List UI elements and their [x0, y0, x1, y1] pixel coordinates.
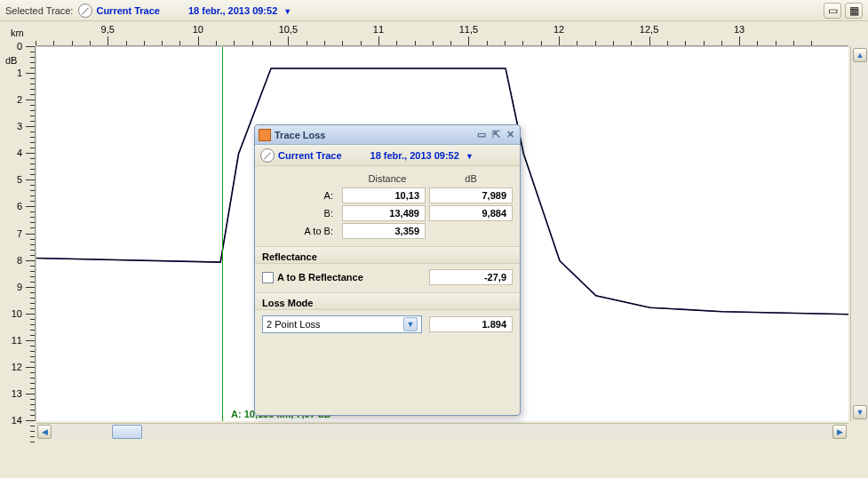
- trace-icon: [260, 148, 275, 163]
- selected-trace-label: Selected Trace:: [5, 5, 73, 16]
- x-tick-label: 11,5: [459, 24, 478, 35]
- x-tick-label: 10,5: [279, 24, 298, 35]
- row-b-label: B:: [262, 208, 338, 219]
- caret-down-icon: ▼: [403, 317, 418, 331]
- dialog-timestamp-text: 18 febr., 2013 09:52: [370, 150, 459, 161]
- dialog-title-text: Trace Loss: [275, 130, 325, 140]
- loss-mode-section-header: Loss Mode: [255, 292, 520, 310]
- y-tick-label: 11: [12, 335, 22, 346]
- loss-value: 1.894: [429, 316, 513, 332]
- y-tick-label: 2: [17, 94, 22, 105]
- y-tick-label: 7: [17, 228, 22, 239]
- trace-timestamp-text: 18 febr., 2013 09:52: [188, 5, 277, 16]
- y-axis-unit: dB: [5, 55, 17, 66]
- x-axis-unit: km: [11, 28, 24, 38]
- a-db-value: 7,989: [429, 187, 513, 203]
- y-tick-label: 5: [17, 174, 22, 185]
- x-tick-label: 12: [553, 24, 564, 35]
- row-atob-label: A to B:: [262, 226, 338, 236]
- x-ruler: km 9,51010,51111,51212,513: [36, 21, 848, 46]
- window-icon: [259, 129, 271, 141]
- dialog-timestamp-dropdown[interactable]: 18 febr., 2013 09:52 ▼: [370, 150, 474, 161]
- trace-loss-dialog: Trace Loss ▭ ⇱ ✕ Current Trace 18 febr.,…: [254, 124, 521, 416]
- dialog-current-trace-link[interactable]: Current Trace: [278, 150, 342, 161]
- dialog-close-button[interactable]: ✕: [504, 129, 516, 141]
- trace-icon: [78, 4, 92, 18]
- trace-timestamp-dropdown[interactable]: 18 febr., 2013 09:52 ▼: [188, 5, 291, 16]
- y-tick-label: 0: [17, 41, 22, 52]
- x-tick-label: 12,5: [640, 24, 658, 35]
- dialog-trace-row: Current Trace 18 febr., 2013 09:52 ▼: [255, 145, 520, 166]
- vertical-scrollbar[interactable]: ▲ ▼: [850, 46, 868, 421]
- y-tick-label: 6: [17, 201, 22, 211]
- col-db-header: dB: [429, 171, 513, 186]
- y-ruler: dB 01234567891011121314: [0, 46, 36, 421]
- reflectance-section-header: Reflectance: [255, 246, 520, 264]
- current-trace-link[interactable]: Current Trace: [96, 5, 160, 16]
- y-tick-label: 12: [12, 362, 22, 372]
- horizontal-scrollbar[interactable]: ◀ ▶: [36, 423, 848, 439]
- scroll-down-button[interactable]: ▼: [853, 405, 867, 419]
- caret-down-icon: ▼: [283, 7, 291, 16]
- b-db-value: 9,884: [429, 205, 513, 221]
- dialog-pin-button[interactable]: ⇱: [490, 129, 502, 141]
- x-tick-label: 11: [373, 24, 384, 35]
- a-distance-value: 10,13: [342, 187, 426, 203]
- toolbar-button-1[interactable]: ▭: [824, 3, 841, 19]
- cursor-a-line[interactable]: [222, 47, 223, 421]
- scroll-thumb[interactable]: [112, 425, 142, 439]
- loss-mode-selected-text: 2 Point Loss: [267, 319, 321, 330]
- atob-distance-value: 3,359: [342, 223, 426, 239]
- scroll-up-button[interactable]: ▲: [853, 48, 867, 62]
- y-tick-label: 14: [12, 415, 22, 426]
- toolbar-button-2[interactable]: ▦: [845, 3, 863, 19]
- y-tick-label: 9: [17, 282, 22, 292]
- selected-trace-toolbar: Selected Trace: Current Trace 18 febr., …: [0, 0, 868, 21]
- loss-mode-select[interactable]: 2 Point Loss ▼: [262, 315, 422, 333]
- dialog-titlebar[interactable]: Trace Loss ▭ ⇱ ✕: [255, 125, 520, 145]
- y-tick-label: 8: [17, 255, 22, 266]
- y-tick-label: 13: [12, 388, 22, 399]
- y-tick-label: 3: [17, 121, 22, 131]
- y-tick-label: 1: [17, 68, 22, 78]
- b-distance-value: 13,489: [342, 205, 426, 221]
- x-tick-label: 10: [193, 24, 203, 35]
- x-tick-label: 13: [734, 24, 745, 35]
- scroll-right-button[interactable]: ▶: [832, 425, 847, 439]
- y-tick-label: 4: [17, 147, 22, 158]
- reflectance-value: -27,9: [429, 269, 513, 285]
- scroll-left-button[interactable]: ◀: [37, 425, 52, 439]
- col-distance-header: Distance: [346, 171, 429, 186]
- row-a-label: A:: [262, 190, 338, 201]
- x-tick-label: 9,5: [101, 24, 115, 35]
- atob-reflectance-checkbox[interactable]: [262, 272, 274, 283]
- y-tick-label: 10: [12, 308, 22, 319]
- atob-reflectance-label: A to B Reflectance: [277, 272, 363, 283]
- caret-down-icon: ▼: [466, 152, 474, 161]
- dialog-dock-button[interactable]: ▭: [475, 129, 488, 141]
